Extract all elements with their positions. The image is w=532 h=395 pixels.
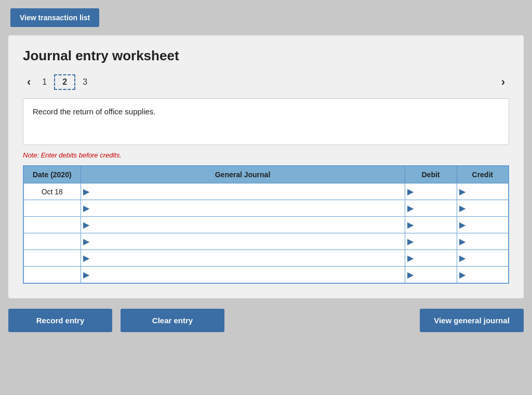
- journal-arrow-3: ▶: [81, 236, 89, 246]
- debit-input-2[interactable]: [414, 217, 457, 233]
- credit-cell-5[interactable]: ▶: [457, 267, 509, 283]
- date-cell-0[interactable]: Oct 18: [23, 183, 81, 200]
- debit-arrow-4: ▶: [405, 253, 414, 263]
- journal-input-0[interactable]: [89, 183, 405, 200]
- debit-arrow-1: ▶: [405, 203, 414, 213]
- journal-arrow-4: ▶: [81, 253, 89, 263]
- header-credit: Credit: [457, 166, 509, 183]
- page-1[interactable]: 1: [35, 75, 54, 89]
- journal-cell-0[interactable]: ▶: [81, 183, 405, 200]
- next-page-button[interactable]: ›: [497, 73, 509, 91]
- debit-cell-1[interactable]: ▶: [405, 200, 457, 217]
- instruction-box: Record the return of office supplies.: [23, 98, 509, 145]
- journal-cell-1[interactable]: ▶: [81, 200, 405, 217]
- main-container: Journal entry worksheet ‹ 1 2 3 › Record…: [8, 35, 524, 298]
- credit-cell-0[interactable]: ▶: [457, 183, 509, 200]
- debit-input-5[interactable]: [414, 267, 457, 283]
- journal-cell-3[interactable]: ▶: [81, 233, 405, 250]
- date-cell-1[interactable]: [23, 200, 81, 217]
- journal-cell-2[interactable]: ▶: [81, 217, 405, 233]
- debit-cell-2[interactable]: ▶: [405, 217, 457, 233]
- journal-input-5[interactable]: [89, 267, 405, 283]
- prev-page-button[interactable]: ‹: [23, 73, 35, 91]
- date-cell-5[interactable]: [23, 267, 81, 283]
- bottom-buttons: Record entry Clear entry View general jo…: [0, 309, 532, 332]
- table-row: ▶▶▶: [23, 250, 509, 267]
- debit-cell-4[interactable]: ▶: [405, 250, 457, 267]
- date-cell-4[interactable]: [23, 250, 81, 267]
- credit-arrow-2: ▶: [457, 220, 466, 230]
- table-header-row: Date (2020) General Journal Debit Credit: [23, 166, 509, 183]
- view-general-journal-button[interactable]: View general journal: [420, 309, 524, 332]
- table-row: ▶▶▶: [23, 200, 509, 217]
- credit-arrow-0: ▶: [457, 187, 466, 196]
- header-journal: General Journal: [81, 166, 405, 183]
- table-row: ▶▶▶: [23, 217, 509, 233]
- view-transaction-button[interactable]: View transaction list: [10, 8, 99, 27]
- credit-arrow-3: ▶: [457, 236, 466, 246]
- table-row: Oct 18▶▶▶: [23, 183, 509, 200]
- debit-input-1[interactable]: [414, 200, 457, 216]
- credit-cell-2[interactable]: ▶: [457, 217, 509, 233]
- journal-input-1[interactable]: [89, 200, 405, 216]
- table-row: ▶▶▶: [23, 233, 509, 250]
- credit-input-4[interactable]: [466, 250, 509, 266]
- debit-cell-5[interactable]: ▶: [405, 267, 457, 283]
- worksheet-title: Journal entry worksheet: [23, 48, 509, 64]
- credit-input-1[interactable]: [466, 200, 509, 216]
- journal-table: Date (2020) General Journal Debit Credit…: [23, 165, 509, 284]
- credit-input-3[interactable]: [466, 233, 509, 249]
- journal-cell-4[interactable]: ▶: [81, 250, 405, 267]
- journal-arrow-1: ▶: [81, 203, 89, 213]
- header-date: Date (2020): [23, 166, 81, 183]
- debit-arrow-5: ▶: [405, 270, 414, 280]
- credit-cell-4[interactable]: ▶: [457, 250, 509, 267]
- clear-entry-button[interactable]: Clear entry: [121, 309, 224, 332]
- header-debit: Debit: [405, 166, 457, 183]
- journal-input-3[interactable]: [89, 233, 405, 249]
- page-2[interactable]: 2: [54, 74, 75, 90]
- credit-input-0[interactable]: [466, 183, 509, 200]
- journal-arrow-2: ▶: [81, 220, 89, 230]
- credit-cell-3[interactable]: ▶: [457, 233, 509, 250]
- journal-input-4[interactable]: [89, 250, 405, 266]
- debit-arrow-3: ▶: [405, 236, 414, 246]
- debit-cell-3[interactable]: ▶: [405, 233, 457, 250]
- journal-cell-5[interactable]: ▶: [81, 267, 405, 283]
- debit-cell-0[interactable]: ▶: [405, 183, 457, 200]
- note-text: Note: Enter debits before credits.: [23, 151, 509, 159]
- credit-arrow-4: ▶: [457, 253, 466, 263]
- page-3[interactable]: 3: [75, 75, 95, 89]
- credit-input-2[interactable]: [466, 217, 509, 233]
- credit-input-5[interactable]: [466, 267, 509, 283]
- debit-input-4[interactable]: [414, 250, 457, 266]
- credit-cell-1[interactable]: ▶: [457, 200, 509, 217]
- date-cell-2[interactable]: [23, 217, 81, 233]
- date-cell-3[interactable]: [23, 233, 81, 250]
- journal-input-2[interactable]: [89, 217, 405, 233]
- debit-arrow-2: ▶: [405, 220, 414, 230]
- debit-input-3[interactable]: [414, 233, 457, 249]
- pagination: ‹ 1 2 3 ›: [23, 73, 509, 91]
- credit-arrow-1: ▶: [457, 203, 466, 213]
- debit-arrow-0: ▶: [405, 187, 414, 196]
- journal-arrow-5: ▶: [81, 270, 89, 280]
- table-row: ▶▶▶: [23, 267, 509, 283]
- journal-arrow-0: ▶: [81, 187, 89, 196]
- record-entry-button[interactable]: Record entry: [8, 309, 112, 332]
- debit-input-0[interactable]: [414, 183, 457, 200]
- credit-arrow-5: ▶: [457, 270, 466, 280]
